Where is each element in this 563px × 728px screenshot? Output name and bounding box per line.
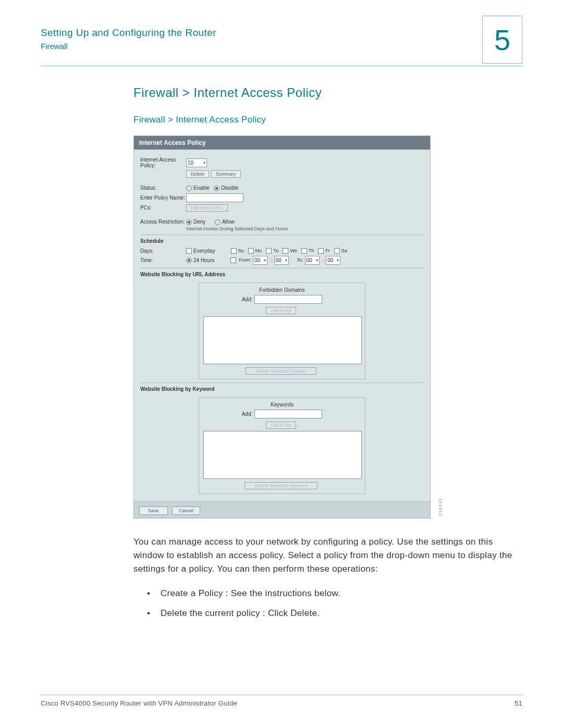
edit-pcs-button[interactable]: Edit List of PCs bbox=[186, 204, 228, 212]
forbidden-domains-label: Forbidden Domains bbox=[203, 287, 361, 293]
keywords-listbox[interactable] bbox=[203, 431, 362, 479]
status-label: Status: bbox=[140, 185, 186, 191]
keywords-label: Keywords bbox=[203, 402, 361, 408]
list-item: Delete the current policy : Click Delete… bbox=[147, 606, 522, 622]
policy-buttons-row: Delete Summary bbox=[186, 170, 424, 178]
section-heading: Firewall > Internet Access Policy bbox=[133, 85, 522, 100]
forbidden-domains-listbox[interactable] bbox=[203, 316, 362, 364]
checkbox-icon bbox=[266, 248, 272, 254]
checkbox-icon bbox=[283, 248, 288, 254]
day-mo[interactable]: Mo bbox=[248, 248, 262, 254]
status-row: Status: Enable Disable bbox=[140, 185, 424, 191]
policy-name-input[interactable] bbox=[186, 193, 243, 202]
figure-caption: Firewall > Internet Access Policy bbox=[133, 115, 522, 125]
summary-button[interactable]: Summary bbox=[211, 170, 241, 178]
deny-option[interactable]: Deny bbox=[186, 219, 205, 225]
checkbox-icon bbox=[248, 248, 254, 254]
status-disable-option[interactable]: Disable bbox=[214, 185, 238, 191]
add-domain-input[interactable] bbox=[254, 295, 322, 304]
checkbox-icon bbox=[301, 248, 307, 254]
day-tu[interactable]: Tu bbox=[266, 248, 278, 254]
intro-paragraph: You can manage access to your network by… bbox=[133, 535, 522, 576]
all-hours-option[interactable]: 24 Hours bbox=[186, 257, 215, 263]
policy-name-label: Enter Policy Name: bbox=[140, 195, 186, 201]
add-label: Add: bbox=[242, 411, 253, 417]
add-domain-row: Add: bbox=[203, 295, 361, 304]
delete-keyword-button[interactable]: Delete Selected Keyword bbox=[244, 482, 317, 489]
to-hour-select[interactable]: 00▾ bbox=[305, 256, 320, 265]
document-page: Setting Up and Configuring the Router Fi… bbox=[0, 0, 563, 728]
access-restriction-row: Access Restriction: Deny Allow Internet … bbox=[140, 219, 424, 231]
keyword-blocking-header: Website Blocking by Keyword bbox=[140, 382, 424, 394]
access-note: Internet Access During Selected Days and… bbox=[186, 226, 289, 231]
access-restriction-label: Access Restriction: bbox=[140, 219, 186, 225]
panel-title-bar: Internet Access Policy bbox=[134, 136, 430, 150]
list-item: Create a Policy : See the instructions b… bbox=[147, 586, 522, 602]
page-footer: Cisco RVS4000 Security Router with VPN A… bbox=[41, 695, 522, 707]
to-min-select[interactable]: 00▾ bbox=[326, 256, 340, 265]
add-keyword-row: Add: bbox=[203, 410, 361, 418]
delete-domain-button[interactable]: Delete Selected Domain bbox=[246, 367, 316, 375]
days-row: Days: Everyday Su Mo Tu We Th Fr Sa bbox=[140, 248, 424, 254]
days-checkboxes: Su Mo Tu We Th Fr Sa bbox=[231, 248, 347, 254]
day-sa[interactable]: Sa bbox=[334, 248, 347, 254]
url-blocking-panel: Forbidden Domains Add: Add to list Delet… bbox=[199, 282, 365, 379]
pcs-row: PCs: Edit List of PCs bbox=[140, 204, 424, 212]
pcs-label: PCs: bbox=[140, 205, 186, 211]
policy-select[interactable]: 10 ▾ bbox=[186, 158, 207, 167]
day-su[interactable]: Su bbox=[231, 248, 244, 254]
radio-icon bbox=[186, 257, 192, 263]
radio-icon bbox=[186, 186, 192, 191]
time-range-option[interactable]: From: 00▾ : 00▾ To: 00▾ : 00▾ bbox=[230, 256, 343, 265]
footer-doc-title: Cisco RVS4000 Security Router with VPN A… bbox=[41, 699, 237, 707]
chevron-down-icon: ▾ bbox=[337, 258, 339, 263]
access-restriction-controls: Deny Allow Internet Access During Select… bbox=[186, 219, 289, 231]
operations-list: Create a Policy : See the instructions b… bbox=[147, 586, 522, 622]
cancel-button[interactable]: Cancel bbox=[172, 507, 200, 515]
checkbox-icon bbox=[186, 248, 192, 254]
policy-select-row: Internet Access Policy: 10 ▾ bbox=[140, 157, 424, 168]
radio-icon bbox=[215, 219, 221, 225]
chevron-down-icon: ▾ bbox=[203, 161, 205, 165]
footer-page-number: 51 bbox=[515, 699, 522, 707]
running-header: Setting Up and Configuring the Router Fi… bbox=[41, 27, 522, 51]
delete-button[interactable]: Delete bbox=[186, 170, 209, 178]
main-content: Firewall > Internet Access Policy Firewa… bbox=[133, 85, 522, 626]
checkbox-icon bbox=[231, 248, 237, 254]
chevron-down-icon: ▾ bbox=[316, 258, 318, 263]
allow-option[interactable]: Allow bbox=[215, 219, 235, 225]
save-button[interactable]: Save bbox=[139, 507, 168, 515]
chevron-down-icon: ▾ bbox=[285, 258, 287, 263]
policy-select-value: 10 bbox=[188, 160, 193, 166]
header-rule bbox=[41, 66, 522, 66]
checkbox-icon bbox=[334, 248, 340, 254]
from-min-select[interactable]: 00▾ bbox=[274, 256, 289, 265]
header-subtitle: Firewall bbox=[41, 42, 522, 51]
time-label: Time: bbox=[140, 257, 186, 263]
figure-id-watermark: 235542 bbox=[438, 498, 443, 516]
day-we[interactable]: We bbox=[283, 248, 297, 254]
from-hour-select[interactable]: 00▾ bbox=[253, 256, 267, 265]
keyword-blocking-panel: Keywords Add: Add to list Delete Selecte… bbox=[199, 397, 365, 494]
screenshot-figure: Internet Access Policy Internet Access P… bbox=[133, 135, 436, 519]
add-keyword-input[interactable] bbox=[254, 410, 322, 418]
add-keyword-button[interactable]: Add to list bbox=[266, 422, 296, 429]
day-fr[interactable]: Fr bbox=[318, 248, 330, 254]
add-domain-button[interactable]: Add to list bbox=[266, 307, 296, 314]
day-th[interactable]: Th bbox=[301, 248, 314, 254]
radio-icon bbox=[214, 186, 219, 191]
router-admin-panel: Internet Access Policy Internet Access P… bbox=[133, 135, 431, 519]
radio-icon bbox=[186, 219, 192, 225]
url-blocking-header: Website Blocking by URL Address bbox=[140, 268, 424, 279]
header-title: Setting Up and Configuring the Router bbox=[41, 27, 522, 39]
time-row: Time: 24 Hours From: 00▾ : 00▾ To: 00▾ bbox=[140, 256, 424, 265]
everyday-option[interactable]: Everyday bbox=[186, 248, 215, 254]
panel-body: Internet Access Policy: 10 ▾ Delete Summ… bbox=[134, 150, 430, 501]
schedule-header: Schedule bbox=[140, 235, 424, 246]
chapter-number: 5 bbox=[494, 23, 510, 57]
add-label: Add: bbox=[242, 297, 253, 302]
chapter-number-box: 5 bbox=[482, 16, 522, 64]
status-enable-option[interactable]: Enable bbox=[186, 185, 210, 191]
checkbox-icon bbox=[318, 248, 324, 254]
policy-name-row: Enter Policy Name: bbox=[140, 193, 424, 202]
